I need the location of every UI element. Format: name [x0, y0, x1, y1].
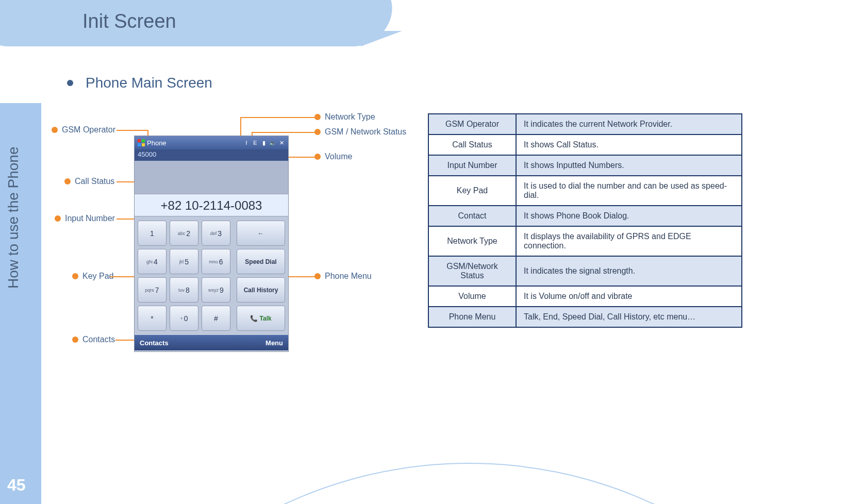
page-title: Init Screen	[82, 10, 176, 32]
callout-volume: Volume	[314, 152, 352, 161]
key-main-label: 1	[150, 229, 154, 238]
callout-gsm-operator: GSM Operator	[52, 125, 115, 135]
feature-desc: It shows Inputted Numbers.	[516, 155, 742, 176]
table-row: Phone MenuTalk, End, Speed Dial, Call Hi…	[428, 307, 742, 327]
section-heading: Phone Main Screen	[86, 75, 212, 91]
keypad-key[interactable]: abc2	[170, 221, 198, 246]
table-row: VolumeIt is Volume on/off and vibrate	[428, 286, 742, 307]
soft-key-contacts[interactable]: Contacts	[140, 339, 169, 347]
keypad-key[interactable]: 1	[138, 221, 167, 246]
callout-label: Contacts	[82, 335, 115, 344]
operator-row: 45000	[135, 149, 288, 161]
key-main-label: 4	[154, 258, 158, 266]
talk-button[interactable]: 📞 Talk	[237, 306, 285, 331]
info-icon: I	[243, 139, 250, 146]
key-main-label: 5	[185, 258, 189, 266]
table-row: Call StatusIt shows Call Status.	[428, 135, 742, 155]
callout-dot-icon	[64, 178, 71, 184]
connector-line	[240, 117, 317, 118]
soft-key-menu[interactable]: Menu	[265, 339, 283, 347]
input-number-display: +82 10-2114-0083	[135, 194, 288, 216]
table-row: ContactIt shows Phone Book Dialog.	[428, 206, 742, 226]
table-row: Input NumberIt shows Inputted Numbers.	[428, 155, 742, 176]
keypad-key[interactable]: mno6	[202, 249, 230, 274]
feature-name: Call Status	[428, 135, 516, 155]
edge-icon: E	[252, 139, 259, 146]
feature-desc: It displays the availability of GPRS and…	[516, 226, 742, 256]
backspace-button[interactable]: ←	[237, 221, 285, 246]
keypad-key[interactable]: #	[202, 306, 230, 331]
connector-line	[252, 132, 317, 133]
feature-name: Key Pad	[428, 176, 516, 206]
feature-desc: It is Volume on/off and vibrate	[516, 286, 742, 307]
key-sub-label: tuv	[178, 288, 185, 293]
callout-dot-icon	[55, 215, 61, 222]
key-main-label: 2	[186, 229, 190, 238]
connector-line	[289, 276, 317, 277]
keypad-key[interactable]: ghi4	[138, 249, 167, 274]
feature-name: Phone Menu	[428, 307, 516, 327]
phone-title: Phone	[147, 139, 167, 147]
callout-label: Call Status	[75, 177, 114, 186]
feature-desc: It is used to dial the number and can be…	[516, 176, 742, 206]
key-sub-label: abc	[178, 231, 186, 236]
callout-input-number: Input Number	[55, 214, 115, 223]
callout-label: Input Number	[65, 214, 115, 223]
key-main-label: 9	[220, 286, 224, 294]
status-icons: I E ▮ 🔈 ✕	[243, 139, 285, 146]
connector-line	[110, 276, 136, 277]
description-table: GSM OperatorIt indicates the current Net…	[428, 113, 742, 328]
phone-menu-column: ← Speed Dial Call History 📞 Talk	[234, 216, 288, 335]
key-main-label: 0	[184, 314, 188, 323]
key-sub-label: jkl	[179, 259, 184, 264]
footer-curve	[31, 463, 864, 504]
callout-dot-icon	[72, 273, 78, 279]
table-row: GSM OperatorIt indicates the current Net…	[428, 114, 742, 135]
callout-label: Volume	[325, 152, 352, 161]
callout-network-type: Network Type	[314, 112, 375, 122]
keypad-key[interactable]: def3	[202, 221, 230, 246]
table-row: GSM/Network StatusIt indicates the signa…	[428, 256, 742, 286]
bullet-icon	[67, 80, 73, 86]
key-sub-label: +	[180, 316, 182, 321]
key-sub-label: mno	[209, 259, 218, 264]
callout-dot-icon	[72, 337, 78, 343]
key-main-label: 3	[218, 229, 222, 238]
key-sub-label: wxyz	[208, 288, 219, 293]
feature-name: GSM Operator	[428, 114, 516, 135]
speaker-icon: 🔈	[269, 139, 276, 146]
callout-call-status: Call Status	[64, 177, 114, 186]
key-sub-label: def	[210, 231, 217, 236]
callout-label: Key Pad	[82, 272, 113, 281]
feature-desc: It shows Call Status.	[516, 135, 742, 155]
key-sub-label: pqrs	[145, 288, 154, 293]
callout-label: Network Type	[325, 112, 375, 122]
phone-titlebar: Phone I E ▮ 🔈 ✕	[135, 136, 288, 149]
callout-key-pad: Key Pad	[72, 272, 113, 281]
feature-name: Volume	[428, 286, 516, 307]
keypad: 1abc2def3ghi4jkl5mno6pqrs7tuv8wxyz9*+0#	[135, 216, 234, 335]
side-label: How to use the Phone	[5, 146, 22, 289]
speed-dial-button[interactable]: Speed Dial	[237, 249, 285, 274]
feature-desc: Talk, End, Speed Dial, Call History, etc…	[516, 307, 742, 327]
signal-icon: ▮	[260, 139, 268, 146]
call-history-button[interactable]: Call History	[237, 277, 285, 303]
callout-contacts: Contacts	[72, 335, 115, 344]
key-main-label: #	[214, 314, 218, 323]
callout-label: GSM / Network Status	[325, 127, 406, 137]
feature-name: GSM/Network Status	[428, 256, 516, 286]
callout-dot-icon	[52, 127, 58, 133]
keypad-key[interactable]: jkl5	[170, 249, 198, 274]
keypad-key[interactable]: pqrs7	[138, 277, 167, 303]
section-bullet: Phone Main Screen	[67, 75, 212, 91]
close-icon[interactable]: ✕	[278, 139, 285, 146]
keypad-key[interactable]: *	[138, 306, 167, 331]
description-table-body: GSM OperatorIt indicates the current Net…	[428, 114, 742, 327]
key-main-label: 8	[186, 286, 190, 294]
call-status-area	[135, 161, 288, 194]
phone-mock: Phone I E ▮ 🔈 ✕ 45000 +82 10-2114-0083 1…	[134, 136, 289, 352]
windows-icon	[138, 139, 145, 146]
keypad-key[interactable]: wxyz9	[202, 277, 230, 303]
keypad-key[interactable]: +0	[170, 306, 198, 331]
keypad-key[interactable]: tuv8	[170, 277, 198, 303]
